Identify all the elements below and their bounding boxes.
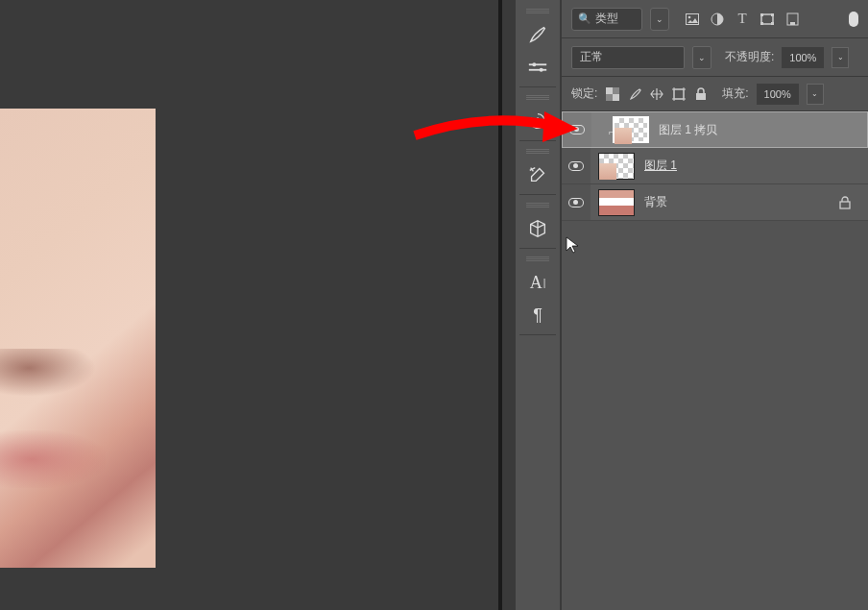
blend-mode-select[interactable]: 正常 xyxy=(571,46,685,69)
svg-point-3 xyxy=(540,68,543,72)
filter-toggle-switch[interactable] xyxy=(849,12,858,27)
layer-thumbnail[interactable] xyxy=(613,116,649,143)
healing-tool-icon[interactable] xyxy=(519,159,556,191)
svg-rect-10 xyxy=(760,13,763,16)
opacity-dropdown-arrow[interactable]: ⌄ xyxy=(832,47,849,68)
lock-transparency-icon[interactable] xyxy=(605,86,620,102)
svg-rect-18 xyxy=(613,87,619,94)
layers-panel: 🔍 类型 ⌄ T 正常 ⌄ 不透明度: 100% ⌄ 锁定: 填充: xyxy=(562,0,868,610)
cube-3d-icon[interactable] xyxy=(519,212,556,245)
panel-grip-icon[interactable] xyxy=(526,149,549,154)
canvas-separator xyxy=(498,0,502,610)
filter-dropdown-arrow[interactable]: ⌄ xyxy=(650,8,669,31)
svg-rect-16 xyxy=(606,87,613,94)
lock-position-icon[interactable] xyxy=(649,86,664,102)
svg-rect-13 xyxy=(771,22,774,25)
filter-shape-icon[interactable] xyxy=(760,12,775,27)
layer-row[interactable]: ⌐ 图层 1 拷贝 xyxy=(562,111,868,148)
search-icon: 🔍 xyxy=(578,12,591,25)
lock-icon xyxy=(839,196,851,209)
blend-mode-row: 正常 ⌄ 不透明度: 100% ⌄ xyxy=(562,38,868,77)
svg-rect-12 xyxy=(760,22,763,25)
canvas-image xyxy=(0,109,156,568)
layers-list: ⌐ 图层 1 拷贝 图层 1 背景 xyxy=(562,111,868,221)
layer-name-label[interactable]: 图层 1 拷贝 xyxy=(659,122,717,138)
fill-value[interactable]: 100% xyxy=(757,84,799,105)
panel-grip-icon[interactable] xyxy=(526,95,549,100)
vertical-toolbar: A| ¶ xyxy=(516,0,560,610)
layer-row[interactable]: 背景 xyxy=(562,184,868,221)
lock-all-icon[interactable] xyxy=(693,86,709,102)
history-brush-icon[interactable] xyxy=(519,105,556,137)
svg-rect-17 xyxy=(613,94,619,101)
filter-type-label: 类型 xyxy=(595,11,618,27)
svg-point-7 xyxy=(688,15,691,18)
opacity-label: 不透明度: xyxy=(725,49,774,65)
adjust-tool-icon[interactable] xyxy=(519,51,556,84)
layer-thumbnail[interactable] xyxy=(598,189,635,216)
lock-row: 锁定: 填充: 100% ⌄ xyxy=(562,77,868,111)
canvas-area[interactable] xyxy=(0,0,499,610)
visibility-eye-icon[interactable] xyxy=(568,198,584,207)
opacity-value[interactable]: 100% xyxy=(782,47,824,68)
blend-dropdown-arrow[interactable]: ⌄ xyxy=(692,46,711,69)
visibility-eye-icon[interactable] xyxy=(568,161,584,171)
filter-type-icon[interactable]: T xyxy=(735,12,750,27)
svg-rect-11 xyxy=(771,13,774,16)
lock-artboard-icon[interactable] xyxy=(671,86,687,102)
svg-rect-19 xyxy=(606,94,613,101)
panel-grip-icon[interactable] xyxy=(526,9,549,13)
type-tool-icon[interactable]: A| xyxy=(519,266,556,299)
paragraph-tool-icon[interactable]: ¶ xyxy=(519,299,556,331)
layer-thumbnail[interactable] xyxy=(598,153,635,180)
svg-rect-25 xyxy=(696,93,706,100)
filter-adjust-icon[interactable] xyxy=(710,12,725,27)
filter-smart-icon[interactable] xyxy=(784,12,800,27)
fill-label: 填充: xyxy=(722,85,748,102)
svg-point-1 xyxy=(532,62,536,66)
visibility-eye-icon[interactable] xyxy=(569,125,585,134)
filter-type-select[interactable]: 🔍 类型 xyxy=(571,8,642,31)
brush-tool-icon[interactable] xyxy=(519,18,556,51)
svg-rect-15 xyxy=(790,22,795,25)
layer-filter-bar: 🔍 类型 ⌄ T xyxy=(562,0,868,38)
blend-mode-value: 正常 xyxy=(580,49,603,65)
panel-grip-icon[interactable] xyxy=(526,256,549,261)
lock-brush-icon[interactable] xyxy=(627,86,642,102)
layer-name-label[interactable]: 背景 xyxy=(644,194,667,210)
filter-pixel-icon[interactable] xyxy=(685,12,700,27)
layer-name-label[interactable]: 图层 1 xyxy=(644,158,677,174)
svg-rect-26 xyxy=(840,202,850,208)
layer-row[interactable]: 图层 1 xyxy=(562,148,868,184)
svg-rect-20 xyxy=(674,89,684,99)
fill-dropdown-arrow[interactable]: ⌄ xyxy=(807,84,824,105)
panel-grip-icon[interactable] xyxy=(526,203,549,207)
lock-label: 锁定: xyxy=(571,85,597,102)
